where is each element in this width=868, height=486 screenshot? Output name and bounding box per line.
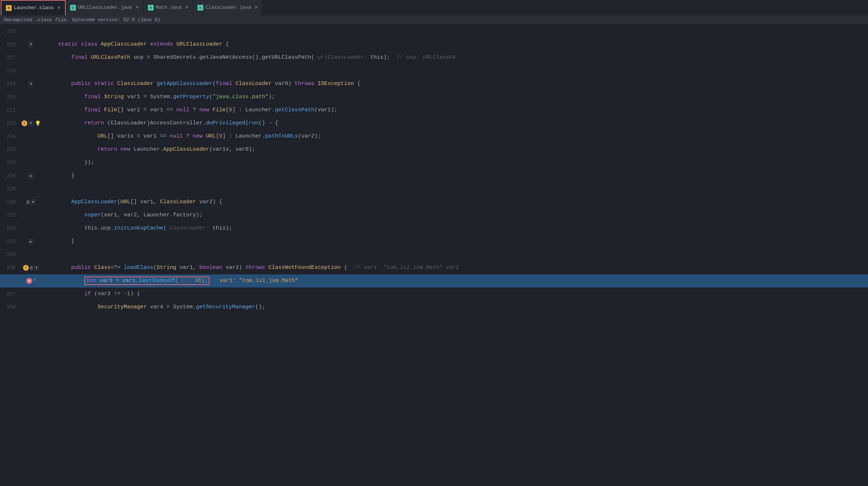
highlight-box-236: int var3 = var1.lastIndexOf( ch: 46); xyxy=(84,277,210,285)
line-num-238: 238 xyxy=(0,301,20,314)
code-content-216: static class AppClassLoader extends URLC… xyxy=(42,38,868,51)
badge-orange-235: ! xyxy=(23,265,29,271)
line-num-237: 237 xyxy=(0,288,20,301)
tab-launcher-label: Launcher.class xyxy=(14,5,54,11)
tab-math-label: Math.java xyxy=(156,5,181,10)
code-line-238: 238 SecurityManager var4 = System.getSec… xyxy=(0,301,868,314)
code-line-216: 216 ▼ static class AppClassLoader extend… xyxy=(0,38,868,51)
line-num-216: 216 xyxy=(0,38,20,51)
line-num-222: 222 xyxy=(0,117,20,130)
code-line-225: 225 return new Launcher.AppClassLoader(v… xyxy=(0,143,868,156)
code-content-231: super(var1, var2, Launcher.factory); xyxy=(42,209,868,222)
code-line-237: 237 if (var3 != -1) { xyxy=(0,288,868,301)
code-content-220: final String var1 = System.getProperty("… xyxy=(42,90,868,104)
q-icon-236: ? xyxy=(33,278,36,284)
tab-urlclassloader-label: URLClassLoader.java xyxy=(78,5,132,10)
tab-math[interactable]: ◎ Math.java × xyxy=(143,0,193,15)
code-line-235: 235 ! @ ▼ public Class<?> loadClass(Stri… xyxy=(0,261,868,274)
at-icon-235: @ xyxy=(30,265,33,271)
code-line-215: 215 xyxy=(0,25,868,38)
lightbulb-icon-222[interactable]: 💡 xyxy=(35,120,41,127)
code-line-232: 232 this.ucp.initLookupCache( classLoade… xyxy=(0,222,868,235)
gutter-235: ! @ ▼ xyxy=(20,265,42,271)
code-area: 215 216 ▼ static class AppClassLoader ex… xyxy=(0,25,868,485)
fold-icon-228[interactable]: ▶ xyxy=(28,173,34,178)
line-num-225: 225 xyxy=(0,143,20,156)
code-line-219: 219 ▼ public static ClassLoader getAppCl… xyxy=(0,77,868,90)
gutter-236: ✖ ? xyxy=(20,278,42,284)
tab-math-close[interactable]: × xyxy=(185,5,188,11)
fold-icon-233[interactable]: ▶ xyxy=(28,239,34,244)
line-num-233: 233 xyxy=(0,235,20,248)
line-num-226: 226 xyxy=(0,156,20,169)
fold-icon-219[interactable]: ▼ xyxy=(28,81,34,86)
tab-urlclassloader-close[interactable]: × xyxy=(136,5,139,11)
gutter-219: ▼ xyxy=(20,81,42,86)
code-line-217: 217 final URLClassPath ucp = SharedSecre… xyxy=(0,51,868,64)
code-line-224: 224 URL[] var1x = var1 == null ? new URL… xyxy=(0,130,868,143)
info-bar: Decompiled .class file, bytecode version… xyxy=(0,15,868,25)
code-line-236: 236 ✖ ? int var3 = var1.lastIndexOf( ch:… xyxy=(0,274,868,288)
classloader-icon: ◎ xyxy=(197,5,203,11)
line-num-228: 228 xyxy=(0,169,20,182)
tab-launcher-close[interactable]: × xyxy=(57,5,60,11)
gutter-222: ! ▼ 💡 xyxy=(20,120,42,127)
line-num-234: 234 xyxy=(0,248,20,261)
line-num-224: 224 xyxy=(0,130,20,143)
badge-red-236: ✖ xyxy=(26,278,32,284)
code-content-226: }); xyxy=(42,156,868,169)
line-num-236: 236 xyxy=(0,274,20,288)
line-num-217: 217 xyxy=(0,51,20,64)
code-line-221: 221 final File[] var2 = var1 == null ? n… xyxy=(0,104,868,117)
line-num-215: 215 xyxy=(0,25,20,38)
code-line-228: 228 ▶ } xyxy=(0,169,868,182)
code-content-225: return new Launcher.AppClassLoader(var1x… xyxy=(42,143,868,156)
fold-icon-235[interactable]: ▼ xyxy=(34,265,39,270)
code-line-229: 229 xyxy=(0,182,868,196)
info-bar-text: Decompiled .class file, bytecode version… xyxy=(4,17,160,23)
code-content-230: AppClassLoader(URL[] var1, ClassLoader v… xyxy=(42,196,868,209)
code-line-234: 234 xyxy=(0,248,868,261)
line-num-229: 229 xyxy=(0,182,20,196)
at-icon-230: @ xyxy=(27,200,30,205)
gutter-216: ▼ xyxy=(20,42,42,47)
line-num-231: 231 xyxy=(0,209,20,222)
gutter-228: ▶ xyxy=(20,173,42,178)
code-line-231: 231 super(var1, var2, Launcher.factory); xyxy=(0,209,868,222)
tab-classloader-label: ClassLoader.java xyxy=(206,5,251,10)
code-content-236: int var3 = var1.lastIndexOf( ch: 46); va… xyxy=(42,274,868,288)
code-content-221: final File[] var2 = var1 == null ? new F… xyxy=(42,104,868,117)
math-icon: ◎ xyxy=(148,5,154,11)
code-content-237: if (var3 != -1) { xyxy=(42,288,868,301)
code-line-233: 233 ▶ } xyxy=(0,235,868,248)
code-content-232: this.ucp.initLookupCache( classLoader: t… xyxy=(42,222,868,235)
line-num-230: 230 xyxy=(0,196,20,209)
code-line-222: 222 ! ▼ 💡 return (ClassLoader)AccessCont… xyxy=(0,117,868,130)
line-num-235: 235 xyxy=(0,261,20,274)
tab-urlclassloader[interactable]: ◎ URLClassLoader.java × xyxy=(66,0,144,15)
code-line-230: 230 @ ▼ AppClassLoader(URL[] var1, Class… xyxy=(0,196,868,209)
line-num-218: 218 xyxy=(0,64,20,77)
code-content-224: URL[] var1x = var1 == null ? new URL[0] … xyxy=(42,130,868,143)
fold-icon-230[interactable]: ▼ xyxy=(30,200,35,205)
launcher-icon: ⚙ xyxy=(6,5,12,11)
code-content-219: public static ClassLoader getAppClassLoa… xyxy=(42,77,868,90)
line-num-221: 221 xyxy=(0,104,20,117)
code-content-238: SecurityManager var4 = System.getSecurit… xyxy=(42,301,868,314)
fold-icon-222[interactable]: ▼ xyxy=(28,121,34,126)
code-line-226: 226 }); xyxy=(0,156,868,169)
code-content-233: } xyxy=(42,235,868,248)
code-line-220: 220 final String var1 = System.getProper… xyxy=(0,90,868,104)
code-content-217: final URLClassPath ucp = SharedSecrets.g… xyxy=(42,51,868,64)
line-num-219: 219 xyxy=(0,77,20,90)
urlclassloader-icon: ◎ xyxy=(70,5,76,11)
line-num-232: 232 xyxy=(0,222,20,235)
tab-classloader[interactable]: ◎ ClassLoader.java × xyxy=(193,0,262,15)
badge-orange-222: ! xyxy=(22,120,27,126)
tab-launcher[interactable]: ⚙ Launcher.class × xyxy=(1,0,66,15)
code-content-222: return (ClassLoader)AccessController.doP… xyxy=(42,117,868,130)
gutter-230: @ ▼ xyxy=(20,200,42,205)
gutter-233: ▶ xyxy=(20,239,42,244)
fold-icon-216[interactable]: ▼ xyxy=(28,42,34,47)
tab-classloader-close[interactable]: × xyxy=(255,5,258,11)
